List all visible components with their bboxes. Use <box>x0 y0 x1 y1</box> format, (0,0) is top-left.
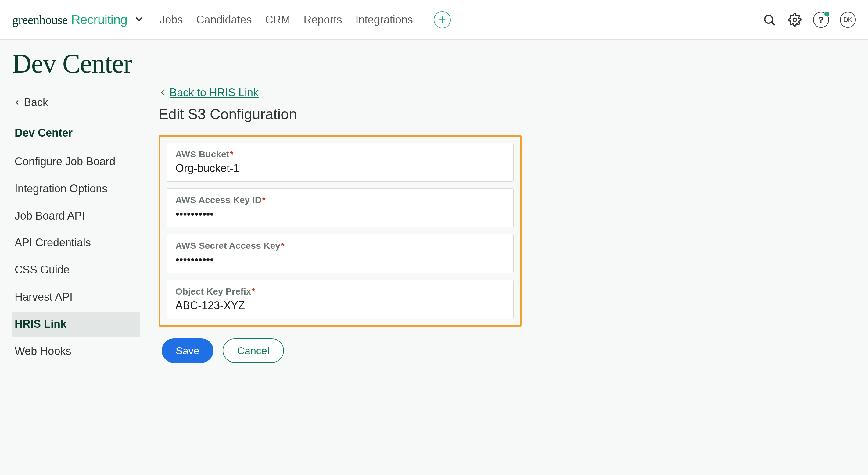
sidebar-back-label: Back <box>24 96 48 109</box>
help-icon[interactable]: ? <box>813 12 829 28</box>
required-icon: * <box>281 241 284 251</box>
required-icon: * <box>262 195 266 205</box>
sidebar-item-harvest-api[interactable]: Harvest API <box>12 284 140 310</box>
sidebar-item-integration-options[interactable]: Integration Options <box>12 176 140 201</box>
aws-bucket-input[interactable] <box>175 162 505 175</box>
nav-crm[interactable]: CRM <box>265 13 290 26</box>
nav-candidates[interactable]: Candidates <box>196 13 252 26</box>
form-title: Edit S3 Configuration <box>159 106 856 123</box>
chevron-left-icon <box>13 99 21 106</box>
sidebar-heading: Dev Center <box>12 122 140 144</box>
nav-jobs[interactable]: Jobs <box>159 13 183 26</box>
back-link-label: Back to HRIS Link <box>169 86 259 99</box>
chevron-down-icon[interactable] <box>134 14 144 26</box>
field-label: Object Key Prefix* <box>175 286 505 297</box>
form-highlight: AWS Bucket* AWS Access Key ID* AWS Secre… <box>159 135 522 327</box>
nav-reports[interactable]: Reports <box>304 13 342 26</box>
aws-secret-access-key-input[interactable] <box>175 253 505 266</box>
content-row: Back Dev Center Configure Job Board Inte… <box>12 86 856 366</box>
page-title: Dev Center <box>12 48 856 79</box>
required-icon: * <box>230 149 234 159</box>
field-aws-secret-access-key[interactable]: AWS Secret Access Key* <box>166 234 514 273</box>
aws-access-key-id-input[interactable] <box>175 208 505 220</box>
sidebar-back[interactable]: Back <box>12 96 140 109</box>
nav-integrations[interactable]: Integrations <box>355 13 413 26</box>
sidebar-item-css-guide[interactable]: CSS Guide <box>12 257 140 283</box>
field-label: AWS Bucket* <box>175 149 505 159</box>
sidebar-item-job-board-api[interactable]: Job Board API <box>12 203 140 229</box>
logo[interactable]: greenhouse Recruiting <box>12 12 144 27</box>
field-object-key-prefix[interactable]: Object Key Prefix* <box>166 280 514 319</box>
field-aws-bucket[interactable]: AWS Bucket* <box>166 143 514 182</box>
search-icon[interactable] <box>762 12 776 27</box>
sidebar-item-hris-link[interactable]: HRIS Link <box>12 312 140 337</box>
sidebar-item-api-credentials[interactable]: API Credentials <box>12 230 140 255</box>
object-key-prefix-input[interactable] <box>175 299 505 312</box>
save-button[interactable]: Save <box>162 339 214 363</box>
cancel-button[interactable]: Cancel <box>223 339 284 363</box>
sidebar: Back Dev Center Configure Job Board Inte… <box>12 86 140 366</box>
chevron-left-icon <box>159 89 166 97</box>
form-actions: Save Cancel <box>162 339 856 363</box>
header: greenhouse Recruiting Jobs Candidates CR… <box>0 0 868 40</box>
notification-dot-icon <box>825 11 829 17</box>
sidebar-item-configure-job-board[interactable]: Configure Job Board <box>12 149 140 175</box>
logo-recruiting: Recruiting <box>71 12 127 27</box>
svg-line-3 <box>772 22 774 25</box>
svg-point-4 <box>793 18 797 21</box>
field-aws-access-key-id[interactable]: AWS Access Key ID* <box>166 188 514 227</box>
required-icon: * <box>252 286 255 296</box>
header-right: ? DK <box>762 12 856 28</box>
avatar[interactable]: DK <box>840 12 856 28</box>
field-label: AWS Access Key ID* <box>175 195 505 205</box>
back-to-hris-link[interactable]: Back to HRIS Link <box>159 86 259 99</box>
logo-greenhouse: greenhouse <box>12 12 67 27</box>
help-question-mark: ? <box>818 15 824 25</box>
add-button[interactable] <box>434 11 451 28</box>
main: Back to HRIS Link Edit S3 Configuration … <box>159 86 856 366</box>
sidebar-item-web-hooks[interactable]: Web Hooks <box>12 339 140 364</box>
main-nav: Jobs Candidates CRM Reports Integrations <box>159 11 762 28</box>
field-label: AWS Secret Access Key* <box>175 241 505 251</box>
page: Dev Center Back Dev Center Configure Job… <box>0 40 868 384</box>
gear-icon[interactable] <box>787 12 802 27</box>
